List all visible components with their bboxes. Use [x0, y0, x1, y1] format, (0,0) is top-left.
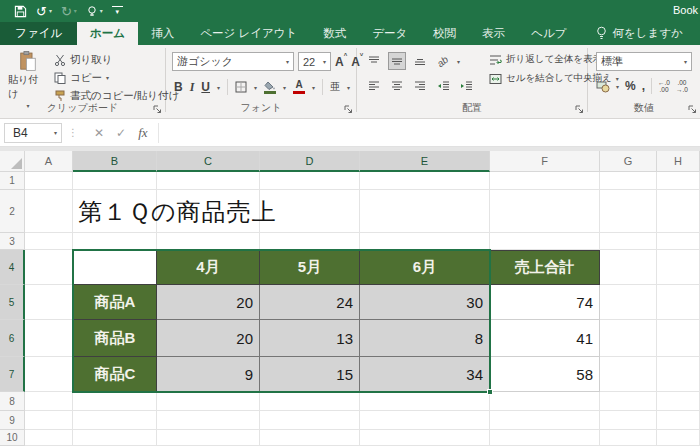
- increase-font-size-button[interactable]: A˄: [335, 55, 347, 69]
- cell-E9[interactable]: [360, 411, 490, 430]
- borders-button[interactable]: [235, 81, 247, 93]
- cell-H6[interactable]: [657, 320, 700, 357]
- cell-D3[interactable]: [260, 233, 360, 250]
- cell-B6[interactable]: 商品B: [73, 320, 157, 357]
- orientation-button[interactable]: ab: [434, 52, 452, 70]
- cell-A8[interactable]: [25, 392, 73, 411]
- tab-数式[interactable]: 数式: [310, 22, 359, 45]
- cell-C7[interactable]: 9: [157, 357, 260, 392]
- borders-dropdown[interactable]: ▾: [254, 84, 257, 91]
- cell-H7[interactable]: [657, 357, 700, 392]
- orientation-dropdown[interactable]: ▾: [457, 58, 460, 65]
- cancel-button[interactable]: ✕: [94, 126, 104, 140]
- italic-button[interactable]: I: [190, 80, 195, 95]
- cell-E1[interactable]: [360, 172, 490, 190]
- cell-F5[interactable]: 74: [490, 285, 600, 320]
- tab-挿入[interactable]: 挿入: [138, 22, 187, 45]
- enter-button[interactable]: ✓: [116, 126, 126, 140]
- cell-G1[interactable]: [600, 172, 657, 190]
- fill-color-dropdown[interactable]: ▾: [283, 84, 286, 91]
- cell-H3[interactable]: [657, 233, 700, 250]
- cell-F7[interactable]: 58: [490, 357, 600, 392]
- redo-button[interactable]: ↻▾: [61, 5, 77, 18]
- tab-校閲[interactable]: 校閲: [420, 22, 469, 45]
- cell-E8[interactable]: [360, 392, 490, 411]
- bold-button[interactable]: B: [174, 80, 183, 94]
- save-button[interactable]: [14, 5, 27, 18]
- cell-F1[interactable]: [490, 172, 600, 190]
- row-header-2[interactable]: 2: [0, 190, 25, 233]
- tab-ヘルプ[interactable]: ヘルプ: [518, 22, 579, 45]
- column-header-B[interactable]: B: [73, 151, 157, 172]
- insert-function-button[interactable]: fx: [138, 125, 147, 141]
- cell-B4[interactable]: [73, 250, 157, 285]
- align-right-button[interactable]: [411, 77, 429, 95]
- number-dialog-launcher[interactable]: [688, 105, 697, 114]
- tab-file[interactable]: ファイル: [0, 22, 77, 45]
- row-header-3[interactable]: 3: [0, 233, 25, 250]
- cell-B9[interactable]: [73, 411, 157, 430]
- column-header-H[interactable]: H: [657, 151, 700, 172]
- comma-style-button[interactable]: ,: [642, 79, 645, 93]
- align-center-button[interactable]: [388, 77, 406, 95]
- cell-G7[interactable]: [600, 357, 657, 392]
- cell-C6[interactable]: 20: [157, 320, 260, 357]
- cell-A10[interactable]: [25, 430, 73, 446]
- cell-C8[interactable]: [157, 392, 260, 411]
- alignment-dialog-launcher[interactable]: [575, 105, 584, 114]
- cell-H1[interactable]: [657, 172, 700, 190]
- tab-ホーム[interactable]: ホーム: [77, 22, 138, 45]
- cell-D1[interactable]: [260, 172, 360, 190]
- select-all-button[interactable]: [0, 151, 25, 172]
- cell-E6[interactable]: 8: [360, 320, 490, 357]
- column-header-C[interactable]: C: [157, 151, 260, 172]
- cell-F9[interactable]: [490, 411, 600, 430]
- row-header-1[interactable]: 1: [0, 172, 25, 190]
- cell-F6[interactable]: 41: [490, 320, 600, 357]
- underline-dropdown[interactable]: ▾: [217, 84, 220, 91]
- cell-C5[interactable]: 20: [157, 285, 260, 320]
- cell-B7[interactable]: 商品C: [73, 357, 157, 392]
- cell-H9[interactable]: [657, 411, 700, 430]
- column-header-D[interactable]: D: [260, 151, 360, 172]
- formula-input[interactable]: [158, 123, 700, 143]
- align-top-button[interactable]: [365, 52, 383, 70]
- cell-E5[interactable]: 30: [360, 285, 490, 320]
- sheet-title-text[interactable]: 第１Ｑの商品売上: [78, 190, 276, 233]
- align-left-button[interactable]: [365, 77, 383, 95]
- increase-indent-button[interactable]: [457, 77, 475, 95]
- row-header-5[interactable]: 5: [0, 285, 25, 320]
- cell-B8[interactable]: [73, 392, 157, 411]
- name-box[interactable]: B4▾: [4, 123, 62, 143]
- row-header-10[interactable]: 10: [0, 430, 25, 446]
- row-header-7[interactable]: 7: [0, 357, 25, 392]
- cell-F4[interactable]: 売上合計: [490, 250, 600, 285]
- cell-B10[interactable]: [73, 430, 157, 446]
- font-dialog-launcher[interactable]: [344, 105, 353, 114]
- cell-E10[interactable]: [360, 430, 490, 446]
- cell-C3[interactable]: [157, 233, 260, 250]
- font-name-select[interactable]: 游ゴシック▾: [172, 52, 294, 71]
- font-size-select[interactable]: 22▾: [298, 52, 331, 71]
- row-header-8[interactable]: 8: [0, 392, 25, 411]
- cell-G5[interactable]: [600, 285, 657, 320]
- customize-qat-button[interactable]: ▾: [112, 6, 123, 16]
- decrease-decimal-button[interactable]: .00 →.0: [676, 79, 688, 93]
- phonetic-dropdown[interactable]: ▾: [347, 84, 350, 91]
- row-header-4[interactable]: 4: [0, 250, 25, 285]
- cell-D8[interactable]: [260, 392, 360, 411]
- cell-F10[interactable]: [490, 430, 600, 446]
- cell-G2[interactable]: [600, 190, 657, 233]
- phonetic-guide-button[interactable]: 亜: [330, 80, 340, 94]
- cell-H10[interactable]: [657, 430, 700, 446]
- tab-ページ レイアウト[interactable]: ページ レイアウト: [187, 22, 310, 45]
- cell-B3[interactable]: [73, 233, 157, 250]
- cell-H8[interactable]: [657, 392, 700, 411]
- cell-D9[interactable]: [260, 411, 360, 430]
- cell-G4[interactable]: [600, 250, 657, 285]
- cell-G8[interactable]: [600, 392, 657, 411]
- cell-B1[interactable]: [73, 172, 157, 190]
- currency-dropdown[interactable]: ▾: [616, 83, 619, 90]
- column-header-G[interactable]: G: [600, 151, 657, 172]
- cell-C1[interactable]: [157, 172, 260, 190]
